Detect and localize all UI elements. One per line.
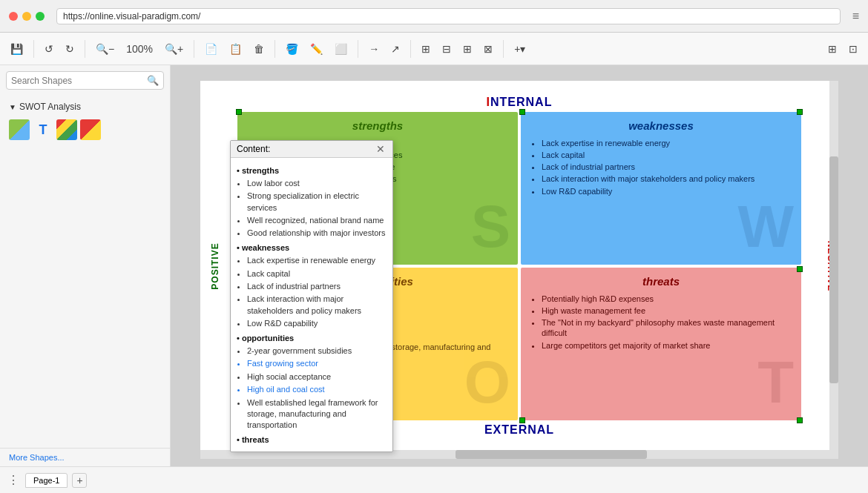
separator-2 [85, 40, 85, 58]
weakness-item-5: Low R&D capability [542, 186, 792, 196]
popup-item: Lack of industrial partners [247, 281, 387, 292]
add-page-button[interactable]: + [72, 473, 87, 488]
minimize-button[interactable] [22, 12, 31, 21]
fullscreen-toggle-button[interactable]: ⊡ [844, 40, 862, 58]
delete-button[interactable]: 🗑 [249, 40, 269, 58]
threats-list: Potentially high R&D expenses High waste… [530, 294, 792, 351]
swot-template-4[interactable] [80, 119, 101, 140]
popup-title: Content: [237, 144, 270, 154]
fullscreen-button[interactable] [36, 12, 45, 21]
v-scroll-thumb[interactable] [829, 156, 838, 383]
threat-item-4: Large competitors get majority of market… [542, 340, 792, 351]
popup-item: Lack capital [247, 268, 387, 279]
swot-internal-label: INTERNAL [487, 96, 553, 109]
separator-7 [503, 40, 504, 58]
canvas-area[interactable]: Content: ✕ • strengths Low labor cost St… [171, 65, 868, 466]
popup-item: Low R&D capability [247, 318, 387, 329]
connector-button[interactable]: → [364, 40, 384, 58]
popup-item: High social acceptance [247, 371, 387, 383]
close-button[interactable] [9, 12, 18, 21]
expand-arrow-icon: ▼ [9, 103, 16, 111]
popup-section-weaknesses: • weaknesses [237, 242, 387, 254]
url-bar[interactable]: https://online.visual-paradigm.com/ [56, 8, 841, 24]
main-layout: 🔍 ▼ SWOT Analysis T More Shapes... [0, 65, 868, 466]
handle-br [797, 417, 803, 423]
undo-button[interactable]: ↺ [40, 40, 58, 58]
handle-tr [797, 109, 803, 115]
panel-toggle-button[interactable]: ⊞ [823, 40, 841, 58]
group-button[interactable]: ⊟ [438, 40, 456, 58]
sidebar-swot-section: ▼ SWOT Analysis T [0, 96, 170, 148]
line-button[interactable]: ✏️ [306, 40, 327, 58]
weakness-item-1: Lack expertise in renewable energy [542, 138, 792, 148]
zoom-group: 100% [122, 40, 157, 58]
popup-header: Content: ✕ [231, 141, 392, 158]
h-scroll-thumb[interactable] [456, 450, 647, 459]
bottom-left: ⋮ Page-1 + [6, 473, 87, 488]
threats-watermark: T [757, 348, 794, 417]
popup-close-button[interactable]: ✕ [375, 144, 387, 154]
shape-button[interactable]: ⬜ [330, 40, 352, 58]
zoom-out-button[interactable]: 🔍− [91, 40, 119, 58]
handle-tl [236, 109, 242, 115]
popup-item: Well established legal framework for sto… [247, 397, 387, 431]
zoom-level-button[interactable]: 100% [122, 40, 157, 58]
swot-positive-label: POSITIVE [210, 242, 220, 289]
title-bar: https://online.visual-paradigm.com/ ≡ [0, 0, 868, 33]
bottom-menu-icon[interactable]: ⋮ [6, 473, 21, 488]
toolbar: 💾 ↺ ↻ 🔍− 100% 🔍+ 📄 📋 🗑 🪣 ✏️ ⬜ → ↗ ⊞ ⊟ ⊞ … [0, 33, 868, 65]
connector2-button[interactable]: ↗ [387, 40, 404, 58]
swot-external-label: EXTERNAL [484, 423, 554, 437]
popup-item: Low labor cost [247, 178, 387, 189]
swot-threats-cell[interactable]: threats T Potentially high R&D expenses … [521, 268, 801, 420]
strengths-title: strengths [246, 119, 509, 132]
arrange-button[interactable]: ⊞ [417, 40, 435, 58]
url-text: https://online.visual-paradigm.com/ [63, 11, 200, 21]
swot-template-3[interactable] [56, 119, 77, 140]
popup-item: Strong specialization in electric servic… [247, 191, 387, 214]
search-box[interactable]: 🔍 [6, 71, 164, 90]
search-input[interactable] [11, 76, 147, 86]
popup-item: 2-year government subsidies [247, 345, 387, 357]
swot-template-2[interactable]: T [33, 119, 53, 140]
weaknesses-title: weaknesses [530, 119, 792, 132]
traffic-lights [9, 12, 45, 21]
distribute-button[interactable]: ⊠ [479, 40, 497, 58]
sidebar: 🔍 ▼ SWOT Analysis T More Shapes... [0, 65, 171, 466]
hamburger-icon[interactable]: ≡ [852, 10, 859, 23]
threat-item-3: The "Not in my backyard" philosophy make… [542, 317, 792, 339]
separator-1 [33, 40, 34, 58]
diagram-container: Content: ✕ • strengths Low labor cost St… [200, 81, 838, 459]
paste-button[interactable]: 📋 [225, 40, 246, 58]
more-shapes-link[interactable]: More Shapes... [0, 448, 170, 466]
threats-title: threats [530, 275, 792, 288]
weakness-item-2: Lack capital [542, 150, 792, 160]
sidebar-section-title[interactable]: ▼ SWOT Analysis [6, 99, 164, 115]
popup-item-highlight2: High oil and coal cost [247, 384, 387, 395]
strengths-watermark: S [471, 193, 510, 261]
popup-section-strengths: • strengths [237, 165, 387, 176]
swot-template-1[interactable] [9, 119, 30, 140]
popup-content[interactable]: • strengths Low labor cost Strong specia… [231, 158, 392, 452]
vertical-scrollbar[interactable] [829, 81, 838, 459]
weaknesses-list: Lack expertise in renewable energy Lack … [530, 138, 792, 196]
zoom-in-button[interactable]: 🔍+ [160, 40, 188, 58]
popup-list: • strengths Low labor cost Strong specia… [237, 165, 387, 446]
save-button[interactable]: 💾 [6, 40, 27, 58]
swot-weaknesses-cell[interactable]: weaknesses W Lack expertise in renewable… [521, 112, 801, 265]
align-button[interactable]: ⊞ [458, 40, 476, 58]
add-button[interactable]: +▾ [510, 40, 530, 58]
weakness-item-3: Lack of industrial partners [542, 162, 792, 172]
page-tab[interactable]: Page-1 [25, 473, 68, 488]
copy-button[interactable]: 📄 [200, 40, 222, 58]
popup-item: Lack interaction with major stakeholders… [247, 294, 387, 317]
handle-bm [519, 417, 525, 423]
popup-item: Good relationship with major investors [247, 228, 387, 239]
weakness-item-4: Lack interaction with major stakeholders… [542, 173, 792, 184]
separator-6 [410, 40, 411, 58]
fill-button[interactable]: 🪣 [281, 40, 303, 58]
handle-tm [519, 109, 525, 115]
popup-section-opportunities: • opportunities [237, 333, 387, 344]
canvas-background: Content: ✕ • strengths Low labor cost St… [171, 65, 868, 466]
redo-button[interactable]: ↻ [61, 40, 79, 58]
